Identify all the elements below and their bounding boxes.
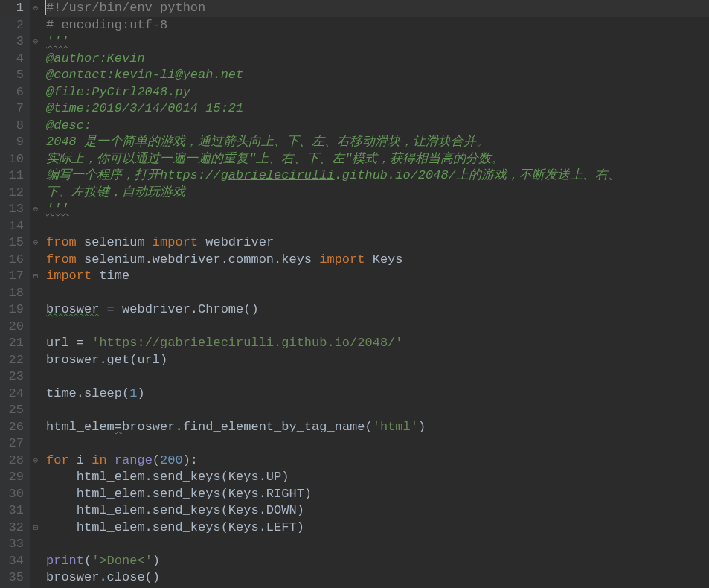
line-number[interactable]: 1	[0, 0, 24, 17]
fold-toggle-icon[interactable]: ⊖	[32, 239, 39, 246]
code-token: (	[153, 453, 160, 467]
line-number[interactable]: 33	[0, 536, 24, 553]
line-number-gutter[interactable]: 1234567891011121314151617181920212223242…	[0, 0, 30, 588]
code-content[interactable]: #!/usr/bin/env python# encoding:utf-8'''…	[43, 0, 709, 588]
line-number[interactable]: 12	[0, 185, 24, 202]
code-token: =	[115, 420, 122, 434]
code-token: @file:PyCtrl2048.py	[46, 85, 190, 99]
fold-toggle-icon[interactable]: ⊟	[32, 524, 39, 531]
code-line[interactable]: broswer.close()	[46, 569, 709, 587]
fold-toggle-icon[interactable]: ⊖	[32, 38, 39, 45]
line-number[interactable]: 24	[0, 386, 24, 403]
code-line[interactable]: broswer = webdriver.Chrome()	[46, 301, 709, 319]
line-number[interactable]: 23	[0, 368, 24, 386]
code-line[interactable]: html_elem.send_keys(Keys.DOWN)	[46, 502, 709, 520]
code-line[interactable]: 实际上，你可以通过一遍一遍的重复"上、右、下、左"模式，获得相当高的分数。	[46, 151, 709, 168]
code-token: )	[137, 386, 144, 400]
code-line[interactable]: from selenium import webdriver	[46, 234, 709, 252]
line-number[interactable]: 17	[0, 268, 24, 285]
code-token: selenium	[77, 235, 153, 249]
code-line[interactable]: time.sleep(1)	[46, 386, 709, 403]
line-number[interactable]: 25	[0, 402, 24, 419]
line-number[interactable]: 22	[0, 352, 24, 369]
line-number[interactable]: 10	[0, 151, 24, 168]
code-editor[interactable]: 1234567891011121314151617181920212223242…	[0, 0, 709, 588]
code-line[interactable]: @contact:kevin-li@yeah.net	[46, 67, 709, 84]
line-number[interactable]: 32	[0, 520, 24, 537]
code-line[interactable]: import time	[46, 268, 709, 285]
code-token: url =	[46, 336, 92, 350]
code-token: from	[46, 252, 77, 266]
code-line[interactable]: for i in range(200):	[46, 453, 709, 470]
line-number[interactable]: 4	[0, 51, 24, 68]
code-line[interactable]	[46, 319, 709, 336]
code-line[interactable]: '''	[46, 33, 709, 51]
code-line[interactable]: #!/usr/bin/env python	[46, 0, 709, 17]
code-line[interactable]: html_elem=broswer.find_element_by_tag_na…	[46, 419, 709, 436]
code-line[interactable]	[46, 536, 709, 553]
code-line[interactable]	[46, 402, 709, 419]
fold-toggle-icon[interactable]: ⊖	[32, 4, 39, 12]
code-token: html_elem.send_keys(Keys.LEFT)	[46, 520, 304, 534]
code-token: 编写一个程序，打开	[46, 168, 160, 182]
fold-toggle-icon[interactable]: ⊖	[32, 205, 39, 213]
code-token: 下、左按键，自动玩游戏	[46, 185, 185, 199]
line-number[interactable]: 19	[0, 301, 24, 319]
line-number[interactable]: 18	[0, 285, 24, 302]
code-line[interactable]	[46, 285, 709, 302]
code-line[interactable]	[46, 435, 709, 453]
code-line[interactable]: 编写一个程序，打开https://gabrielecirulli.github.…	[46, 167, 709, 185]
line-number[interactable]: 11	[0, 167, 24, 185]
line-number[interactable]: 7	[0, 100, 24, 118]
fold-toggle-icon[interactable]: ⊖	[32, 457, 39, 464]
code-line[interactable]	[46, 218, 709, 235]
line-number[interactable]: 34	[0, 553, 24, 570]
line-number[interactable]: 26	[0, 419, 24, 436]
code-line[interactable]: 下、左按键，自动玩游戏	[46, 185, 709, 202]
code-token: print	[46, 554, 84, 568]
line-number[interactable]: 2	[0, 17, 24, 34]
line-number[interactable]: 15	[0, 234, 24, 252]
code-line[interactable]: @desc:	[46, 118, 709, 135]
code-line[interactable]: @file:PyCtrl2048.py	[46, 84, 709, 101]
code-line[interactable]: # encoding:utf-8	[46, 17, 709, 34]
line-number[interactable]: 20	[0, 319, 24, 336]
code-line[interactable]: @author:Kevin	[46, 51, 709, 68]
line-number[interactable]: 6	[0, 84, 24, 101]
line-number[interactable]: 30	[0, 486, 24, 503]
code-line[interactable]: url = 'https://gabrielecirulli.github.io…	[46, 335, 709, 352]
code-token: html_elem.send_keys(Keys.UP)	[46, 470, 289, 484]
code-line[interactable]: 2048 是一个简单的游戏，通过箭头向上、下、左、右移动滑块，让滑块合并。	[46, 134, 709, 151]
line-number[interactable]: 9	[0, 134, 24, 151]
line-number[interactable]: 35	[0, 569, 24, 587]
code-token: Keys	[365, 252, 402, 266]
line-number[interactable]: 8	[0, 118, 24, 135]
fold-toggle-icon[interactable]: ⊟	[32, 272, 39, 280]
code-line[interactable]: '''	[46, 201, 709, 218]
code-line[interactable]	[46, 368, 709, 386]
code-line[interactable]: print('>Done<')	[46, 553, 709, 570]
code-line[interactable]: broswer.get(url)	[46, 352, 709, 369]
code-line[interactable]: from selenium.webdriver.common.keys impo…	[46, 252, 709, 269]
line-number[interactable]: 28	[0, 453, 24, 470]
code-token: selenium.webdriver.common.keys	[77, 252, 319, 266]
code-token: import	[319, 252, 365, 266]
line-number[interactable]: 16	[0, 252, 24, 269]
line-number[interactable]: 29	[0, 469, 24, 486]
line-number[interactable]: 21	[0, 335, 24, 352]
line-number[interactable]: 5	[0, 67, 24, 84]
line-number[interactable]: 3	[0, 33, 24, 51]
code-line[interactable]: html_elem.send_keys(Keys.RIGHT)	[46, 486, 709, 503]
line-number[interactable]: 31	[0, 502, 24, 520]
line-number[interactable]: 13	[0, 201, 24, 218]
fold-column[interactable]: ⊖⊖⊖⊖⊟⊖⊟	[30, 0, 43, 588]
code-token: @contact:kevin-li@yeah.net	[46, 68, 243, 82]
line-number[interactable]: 14	[0, 218, 24, 235]
line-number[interactable]: 27	[0, 435, 24, 453]
code-token: !/usr/bin/env python	[54, 1, 205, 15]
code-line[interactable]: html_elem.send_keys(Keys.UP)	[46, 469, 709, 486]
code-token: range	[115, 453, 153, 467]
code-token: broswer.close()	[46, 570, 160, 584]
code-line[interactable]: html_elem.send_keys(Keys.LEFT)	[46, 520, 709, 537]
code-line[interactable]: @time:2019/3/14/0014 15:21	[46, 100, 709, 118]
